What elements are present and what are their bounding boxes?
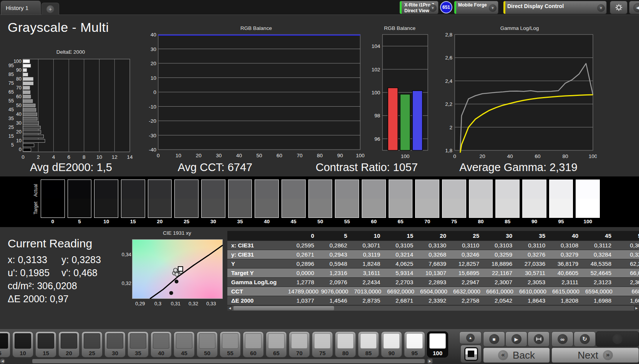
refresh-button[interactable]: ↻ xyxy=(574,331,596,347)
deltae-bar-85 xyxy=(23,73,28,76)
svg-text:30: 30 xyxy=(16,120,22,126)
rgb-balance-line-chart: RGB Balance 403020100-10-20-30-400102030… xyxy=(147,25,366,160)
reading-u: u': 0,1985 xyxy=(8,266,61,279)
patch-button-5[interactable]: 5 xyxy=(0,331,10,357)
settings-button[interactable] xyxy=(610,1,627,14)
record-button[interactable] xyxy=(596,331,639,347)
swatch-100 xyxy=(576,180,600,218)
patch-button-70[interactable]: 70 xyxy=(289,331,310,357)
patch-button-95[interactable]: 95 xyxy=(404,331,425,357)
svg-text:65: 65 xyxy=(8,89,14,95)
svg-text:25: 25 xyxy=(8,125,14,130)
svg-text:4: 4 xyxy=(52,154,55,160)
table-row-label: ΔE 2000 xyxy=(227,296,288,305)
patch-button-label: 35 xyxy=(128,350,148,356)
patch-button-75[interactable]: 75 xyxy=(312,331,333,357)
collapse-patch-panel-button[interactable]: ▲ xyxy=(459,331,482,344)
back-button[interactable]: « Back xyxy=(483,348,550,363)
svg-text:100: 100 xyxy=(589,153,597,159)
patch-button-55[interactable]: 55 xyxy=(220,331,241,357)
patch-button-10[interactable]: 10 xyxy=(12,331,33,357)
patch-button-30[interactable]: 30 xyxy=(104,331,126,357)
table-row-label: Gamma Log/Log xyxy=(227,278,288,287)
table-col-header: 35 xyxy=(519,231,552,241)
workflow-dropdown[interactable]: Mobile Forge ▼ xyxy=(454,1,498,14)
rgb-balance-line-title: RGB Balance xyxy=(147,25,366,33)
swatch-80 xyxy=(469,180,493,218)
patch-scrollbar-thumb[interactable] xyxy=(32,359,425,363)
next-button[interactable]: Next » xyxy=(551,348,639,363)
table-cell: 0,3284 xyxy=(585,250,618,259)
patch-button-90[interactable]: 90 xyxy=(381,331,402,357)
patch-button-label: 95 xyxy=(404,350,425,356)
patch-button-50[interactable]: 50 xyxy=(197,331,218,357)
tab-history-1[interactable]: History 1 xyxy=(1,1,41,15)
patch-button-label: 20 xyxy=(59,350,79,356)
svg-text:10: 10 xyxy=(151,75,156,81)
patch-button-40[interactable]: 40 xyxy=(151,331,172,357)
svg-text:15: 15 xyxy=(8,133,14,139)
patch-button-85[interactable]: 85 xyxy=(358,331,379,357)
table-scrollbar-thumb[interactable] xyxy=(233,306,334,310)
patch-button-15[interactable]: 15 xyxy=(35,331,56,357)
patch-swatch xyxy=(406,333,423,349)
table-col-header: 20 xyxy=(420,231,453,241)
display-control-dropdown[interactable]: Direct Display Control ▼ xyxy=(503,1,607,14)
patch-button-label: 55 xyxy=(220,350,240,356)
swatch-label-45: 45 xyxy=(281,219,306,224)
patch-button-45[interactable]: 45 xyxy=(174,331,195,357)
svg-text:30: 30 xyxy=(216,153,222,158)
scroll-left-icon[interactable]: ◀ xyxy=(0,359,5,364)
svg-text:98: 98 xyxy=(374,113,380,119)
table-cell: 1,8208 xyxy=(552,296,585,305)
patch-button-35[interactable]: 35 xyxy=(127,331,149,357)
patch-window-icon xyxy=(464,347,478,361)
svg-text:40: 40 xyxy=(236,153,242,158)
table-cell: 2,0542 xyxy=(486,296,519,305)
patch-button-60[interactable]: 60 xyxy=(243,331,264,357)
svg-text:104: 104 xyxy=(371,43,380,49)
play-button[interactable]: ▶ xyxy=(505,331,527,347)
table-col-header: 30 xyxy=(486,231,519,241)
reading-count-badge[interactable]: 651 xyxy=(440,1,452,13)
scroll-right-icon[interactable]: ▶ xyxy=(427,359,432,364)
table-cell: 2,2703 xyxy=(387,278,420,287)
table-cell: 6504,0000 xyxy=(420,287,453,296)
patch-button-row: 5101520253035404550556065707580859095100 xyxy=(0,331,448,357)
swatch-60 xyxy=(362,180,386,218)
table-row-label: CCT xyxy=(227,287,288,296)
table-cell: 1,2778 xyxy=(288,278,321,287)
table-scrollbar[interactable]: ◀ ▶ xyxy=(227,306,639,311)
svg-text:0: 0 xyxy=(157,153,160,158)
scroll-left-icon[interactable]: ◀ xyxy=(227,306,232,311)
patch-button-100[interactable]: 100 xyxy=(427,331,448,357)
stop-button[interactable]: ■ xyxy=(483,331,505,347)
patch-button-20[interactable]: 20 xyxy=(58,331,79,357)
patch-button-25[interactable]: 25 xyxy=(81,331,103,357)
loop-continuous-button[interactable]: ∞ xyxy=(551,331,573,347)
gamma-chart-title: Gamma Log/Log xyxy=(442,25,597,33)
meter-dropdown[interactable]: X-Rite i1Pro 3 Direct View ▼ xyxy=(399,1,439,14)
deltae-chart-svg: 0246810121405101520253035404550556065707… xyxy=(3,57,138,160)
table-cell: 6684 xyxy=(618,287,639,296)
table-row-label: y: CIE31 xyxy=(227,250,288,259)
step-button[interactable] xyxy=(528,331,550,347)
svg-text:2,8: 2,8 xyxy=(445,33,452,38)
patch-window-button[interactable] xyxy=(460,345,482,363)
current-reading-title: Current Reading xyxy=(8,237,123,250)
swatch-10 xyxy=(94,180,118,218)
swatch-label-20: 20 xyxy=(148,219,172,224)
svg-text:6: 6 xyxy=(67,154,70,160)
patch-swatch xyxy=(314,333,331,349)
table-col-header: 0 xyxy=(288,231,321,241)
patch-row-scrollbar[interactable]: ◀ ▶ xyxy=(0,359,433,364)
svg-text:35: 35 xyxy=(8,116,14,121)
scroll-right-icon[interactable]: ▶ xyxy=(634,306,639,311)
patch-button-80[interactable]: 80 xyxy=(335,331,356,357)
svg-text:5: 5 xyxy=(11,142,14,148)
collapse-panel-button[interactable]: ◀ xyxy=(629,1,639,14)
table-col-header: 10 xyxy=(354,231,387,241)
patch-button-65[interactable]: 65 xyxy=(266,331,287,357)
table-cell: 27,0336 xyxy=(519,259,552,268)
new-tab-button[interactable]: + xyxy=(41,3,59,15)
